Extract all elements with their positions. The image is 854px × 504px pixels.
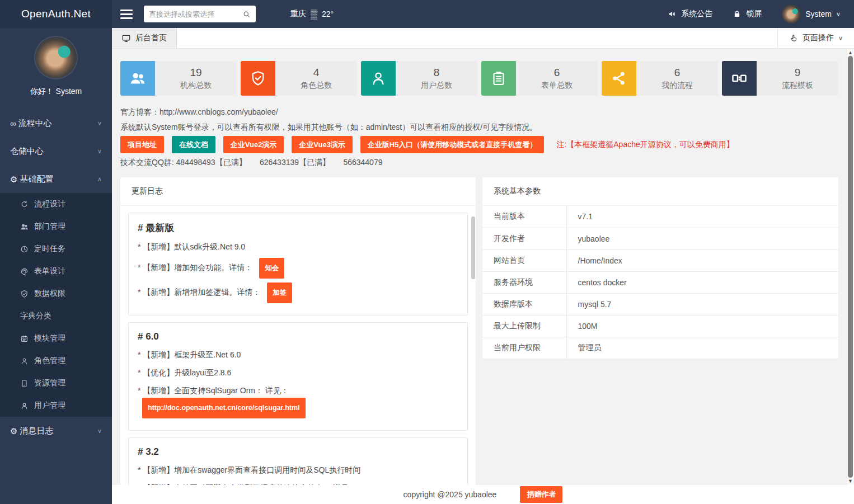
sidebar-item-dept-manage[interactable]: 部门管理	[0, 215, 112, 238]
sidebar-item-module-manage[interactable]: 模块管理	[0, 327, 112, 350]
changelog-scrollbar-thumb[interactable]	[471, 216, 475, 279]
sidebar-item-process-center[interactable]: ∞ 流程中心 ∨	[0, 109, 112, 137]
submenu-label: 资源管理	[34, 378, 65, 388]
changelog-item: * 【新增】默认sdk升级.Net 9.0	[138, 240, 458, 254]
username: System	[805, 10, 832, 18]
stat-label: 我的流程	[661, 81, 693, 91]
submenu-label: 部门管理	[34, 222, 65, 232]
sidebar: 你好！ System ∞ 流程中心 ∨ 仓储中心 ∨ ⚙ 基础配置	[0, 28, 112, 504]
stat-cards: 19 机构总数 4 角色总数	[120, 61, 838, 96]
sidebar-item-resource-manage[interactable]: 资源管理	[0, 372, 112, 394]
param-value: v7.1	[566, 206, 838, 228]
haze-icon: ▒	[311, 10, 317, 19]
sidebar-item-message-log[interactable]: ⚙ 消息日志 ∨	[0, 417, 112, 445]
param-value: centos docker	[566, 271, 838, 293]
avatar[interactable]	[35, 37, 77, 78]
search-icon[interactable]	[242, 10, 251, 18]
submenu-label: 流程设计	[34, 199, 65, 209]
param-value: mysql 5.7	[566, 293, 838, 315]
submenu-label: 用户管理	[34, 401, 65, 411]
chevron-down-icon: ∨	[836, 11, 841, 18]
param-label: 最大上传限制	[482, 315, 566, 337]
stat-card[interactable]: 6 我的流程	[602, 61, 718, 96]
changelog-link-button[interactable]: 知会	[259, 258, 284, 279]
tab-home[interactable]: 后台首页	[112, 28, 177, 48]
module-icon	[20, 335, 29, 343]
quick-link-button[interactable]: 项目地址	[120, 136, 164, 153]
gear-icon: ⚙	[10, 427, 17, 435]
stat-value: 4	[313, 67, 320, 79]
changelog-item: * 【优化】升级layui至2.8.6	[138, 366, 458, 380]
scroll-up-arrow-icon[interactable]: ▲	[847, 49, 854, 56]
person-outline-icon	[20, 357, 29, 365]
main-area: 后台首页 页面操作 ∨ 19 机构总数	[112, 28, 854, 504]
stat-card[interactable]: 19 机构总数	[120, 61, 237, 96]
quick-link-button[interactable]: 企业Vue2演示	[223, 136, 284, 153]
share-icon	[602, 61, 636, 96]
users-icon	[20, 223, 29, 231]
sidebar-item-form-design[interactable]: 表单设计	[0, 260, 112, 282]
changelog-panel-title: 更新日志	[120, 177, 476, 206]
intro-block: 官方博客：http://www.cnblogs.com/yubaolee/ 系统…	[120, 105, 838, 170]
donate-button[interactable]: 捐赠作者	[520, 486, 562, 503]
changelog-section: # 6.0 * 【新增】框架升级至.Net 6.0	[128, 322, 468, 431]
app-logo: OpenAuth.Net	[0, 0, 112, 28]
quick-link-button[interactable]: 企业版H5入口（请使用移动模式或者直接手机查看）	[360, 136, 545, 153]
stat-label: 表单总数	[541, 81, 573, 91]
sidebar-item-data-permission[interactable]: 数据权限	[0, 282, 112, 305]
tab-bar: 后台首页 页面操作 ∨	[112, 28, 854, 49]
weather-temperature: 22°	[322, 10, 334, 18]
page-actions-dropdown[interactable]: 页面操作 ∨	[777, 28, 854, 48]
vertical-scrollbar[interactable]: ▲ ▼	[846, 49, 854, 485]
chevron-icon: ∧	[97, 176, 102, 183]
sidebar-item-flow-design[interactable]: 流程设计	[0, 193, 112, 215]
param-value: 100M	[566, 315, 838, 337]
user-menu[interactable]: System ∨	[782, 4, 841, 23]
sidebar-submenu: 流程设计 部门管理 定时任务 表单设计	[0, 193, 112, 417]
changelog-link-button[interactable]: 加签	[267, 282, 292, 303]
stat-card[interactable]: 4 角色总数	[241, 61, 357, 96]
chevron-icon: ∨	[97, 148, 102, 155]
sidebar-menu: ∞ 流程中心 ∨ 仓储中心 ∨ ⚙ 基础配置 ∧	[0, 109, 112, 193]
submenu-label: 字典分类	[20, 311, 51, 321]
sidebar-item-dict-category[interactable]: 字典分类	[0, 305, 112, 327]
sidebar-item-timer-task[interactable]: 定时任务	[0, 238, 112, 260]
stat-card[interactable]: 6 表单总数	[481, 61, 598, 96]
stat-card[interactable]: 9 流程模板	[722, 61, 838, 96]
menu-toggle-icon[interactable]	[120, 10, 133, 19]
stat-card[interactable]: 8 用户总数	[361, 61, 477, 96]
changelog-section: # 3.2 * 【新增】增加在swagger界面查看接口调用时间及SQL执行时间	[128, 437, 468, 485]
scrollbar-thumb[interactable]	[848, 56, 853, 478]
submenu-label: 定时任务	[34, 244, 65, 254]
announcement-button[interactable]: 系统公告	[668, 9, 712, 19]
submenu-label: 数据权限	[34, 289, 65, 299]
lock-screen-button[interactable]: 锁屏	[733, 9, 762, 19]
sidebar-item-warehouse-center[interactable]: 仓储中心 ∨	[0, 137, 112, 165]
param-label: 服务器环境	[482, 271, 566, 293]
quick-link-button[interactable]: 企业Vue3演示	[292, 136, 353, 153]
changelog-section-title: # 6.0	[138, 331, 458, 342]
table-row: 最大上传限制 100M	[482, 315, 838, 337]
param-value: yubaolee	[566, 228, 838, 249]
sidebar-item-user-manage[interactable]: 用户管理	[0, 394, 112, 417]
stat-value: 6	[554, 67, 560, 79]
table-row: 当前用户权限 管理员	[482, 337, 838, 359]
changelog-link-button[interactable]: http://doc.openauth.net.cn/core/sqlsugar…	[142, 398, 306, 418]
monitor-icon	[121, 34, 131, 43]
scroll-down-arrow-icon[interactable]: ▼	[847, 477, 854, 485]
person-icon	[361, 61, 396, 96]
quick-link-button[interactable]: 在线文档	[172, 136, 215, 153]
chevron-icon: ∨	[97, 120, 102, 127]
license-note: 注:【本框架遵循Apache开源协议，可以免费商用】	[556, 140, 734, 150]
changelog-item: * 【新增】新增增加签逻辑。详情： 加签	[138, 282, 458, 303]
search-input[interactable]	[149, 10, 242, 18]
param-value: /Home/Index	[566, 249, 838, 271]
sidebar-item-role-manage[interactable]: 角色管理	[0, 350, 112, 372]
system-params-panel: 系统基本参数 当前版本 v7.1 开发作者	[482, 177, 838, 359]
copyright-text: copyright @2025 yubaolee	[403, 490, 497, 499]
changelog-section-title: # 3.2	[138, 446, 458, 458]
changelog-item: * 【新增】框架升级至.Net 6.0	[138, 348, 458, 362]
sidebar-item-base-config[interactable]: ⚙ 基础配置 ∧	[0, 165, 112, 193]
stat-label: 流程模板	[782, 81, 813, 91]
sidebar-greeting: 你好！ System	[0, 87, 112, 97]
